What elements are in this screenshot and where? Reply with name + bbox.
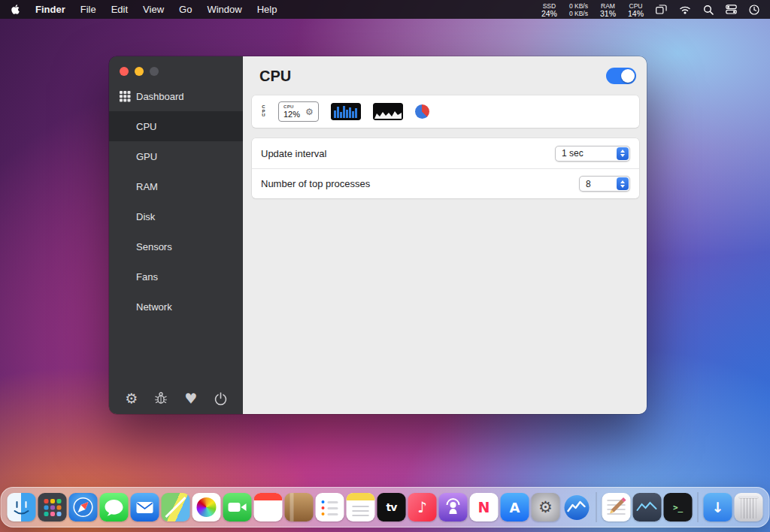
dock-contacts-icon[interactable] [285,493,314,521]
menu-file[interactable]: File [80,0,96,19]
pie-chart-widget-option[interactable] [415,104,429,119]
settings-card: Update interval 1 sec Number of top proc… [252,138,639,198]
stepper-icon [617,177,629,190]
dock-photos-icon[interactable] [192,493,221,521]
dock-stats-icon[interactable] [562,493,591,521]
ram-label: RAM [601,2,615,10]
ram-status-widget[interactable]: RAM 31% [600,2,616,17]
ssd-status-widget[interactable]: SSD 24% [541,2,557,17]
traffic-lights [109,56,243,76]
dock-mail-icon[interactable] [131,493,159,521]
toggle-knob [621,69,635,83]
menu-bar-left: Finder File Edit View Go Window Help [11,0,277,19]
sidebar: Dashboard CPU GPU RAM Disk Sensors [109,56,243,414]
dock-trash-icon[interactable] [735,493,763,521]
sidebar-item-label: GPU [136,151,157,162]
sidebar-item-ram[interactable]: RAM [109,171,243,201]
dock-system-preferences-icon[interactable] [532,493,560,521]
sidebar-item-dashboard[interactable]: Dashboard [109,81,243,111]
sidebar-footer: ⚙ ♥ [109,389,243,407]
menu-edit[interactable]: Edit [111,0,128,19]
update-interval-value: 1 sec [556,148,615,159]
settings-content: CPU CPU CPU 12% ⚙ [243,56,647,414]
dock-notes-icon[interactable] [347,493,375,521]
sidebar-item-label: CPU [136,121,156,132]
top-processes-label: Number of top processes [261,178,370,189]
stats-app-circle [564,495,589,520]
download-speed: 0 KB/s [569,10,588,17]
dock-launchpad-icon[interactable] [38,493,67,521]
dock-textedit-icon[interactable] [602,493,631,521]
widget-settings-gear-icon[interactable]: ⚙ [305,107,314,116]
sidebar-item-label: Fans [136,271,158,283]
dock-safari-icon[interactable] [69,493,98,521]
bar-chart-widget-option[interactable] [331,103,361,120]
dock-maps-icon[interactable] [162,493,190,521]
dock-divider [698,492,699,522]
close-button[interactable] [120,67,129,76]
dock-downloads-icon[interactable] [704,493,732,521]
menu-bar-status-area: SSD 24% 0 KB/s 0 KB/s RAM 31% CPU 14% [541,2,759,17]
update-interval-select[interactable]: 1 sec [555,146,630,162]
stats-settings-window: Dashboard CPU GPU RAM Disk Sensors [109,56,647,414]
dock-divider [596,492,597,522]
sidebar-item-cpu[interactable]: CPU [109,111,243,141]
top-processes-row: Number of top processes 8 [252,168,639,198]
cpu-value: 14% [628,10,644,17]
line-chart-widget-option[interactable] [373,103,403,120]
widget-cpu-label: CPU [283,104,300,109]
sidebar-item-fans[interactable]: Fans [109,261,243,292]
wifi-icon[interactable] [679,5,691,14]
sidebar-item-gpu[interactable]: GPU [109,141,243,171]
dashboard-grid-icon [120,91,130,101]
cpu-module-toggle[interactable] [606,68,636,84]
search-icon[interactable] [703,5,714,15]
minimize-button[interactable] [135,67,144,76]
widget-selector-card: CPU CPU 12% ⚙ [252,95,639,128]
sidebar-item-label: Dashboard [136,91,184,102]
settings-gear-icon[interactable]: ⚙ [123,389,141,407]
sidebar-nav: Dashboard CPU GPU RAM Disk Sensors [109,81,243,322]
dock-reminders-icon[interactable] [316,493,344,521]
dock-facetime-icon[interactable] [223,493,252,521]
dock-finder-icon[interactable] [8,493,36,521]
dock-tv-icon[interactable] [377,493,406,521]
donate-heart-icon[interactable]: ♥ [182,389,200,407]
ssd-value: 24% [541,10,557,17]
content-header: CPU [243,56,647,88]
sidebar-item-label: Disk [136,211,155,222]
sidebar-item-network[interactable]: Network [109,292,243,322]
dock-music-icon[interactable] [408,493,437,521]
menu-go[interactable]: Go [179,0,192,19]
dock-app-store-icon[interactable] [501,493,529,521]
power-quit-icon[interactable] [211,389,229,407]
app-menu-title[interactable]: Finder [35,0,65,19]
sidebar-item-sensors[interactable]: Sensors [109,231,243,261]
page-title: CPU [259,68,291,85]
menu-view[interactable]: View [143,0,164,19]
percent-widget-option-selected[interactable]: CPU 12% ⚙ [278,101,319,122]
upload-speed: 0 KB/s [569,2,588,10]
sidebar-item-disk[interactable]: Disk [109,201,243,231]
dock-messages-icon[interactable] [100,493,129,521]
label-widget-option[interactable]: CPU [261,105,266,118]
stacked-windows-icon[interactable] [656,5,667,14]
dock-podcasts-icon[interactable] [439,493,468,521]
top-processes-select[interactable]: 8 [579,176,630,192]
dock-calendar-icon[interactable] [254,493,283,521]
network-speed-widget[interactable]: 0 KB/s 0 KB/s [569,2,588,17]
cpu-status-widget[interactable]: CPU 14% [628,2,644,17]
sidebar-item-label: Network [136,301,172,313]
dock-terminal-icon[interactable] [664,493,693,521]
dock [1,487,770,527]
update-interval-row: Update interval 1 sec [252,138,639,168]
menu-window[interactable]: Window [207,0,241,19]
clock-icon[interactable] [749,5,759,15]
dock-news-icon[interactable] [470,493,499,521]
control-center-icon[interactable] [726,5,737,14]
dock-activity-monitor-icon[interactable] [633,493,662,521]
menu-help[interactable]: Help [257,0,277,19]
apple-menu[interactable] [11,4,20,15]
bug-report-icon[interactable] [152,389,170,407]
widget-cpu-value: 12% [283,110,300,119]
